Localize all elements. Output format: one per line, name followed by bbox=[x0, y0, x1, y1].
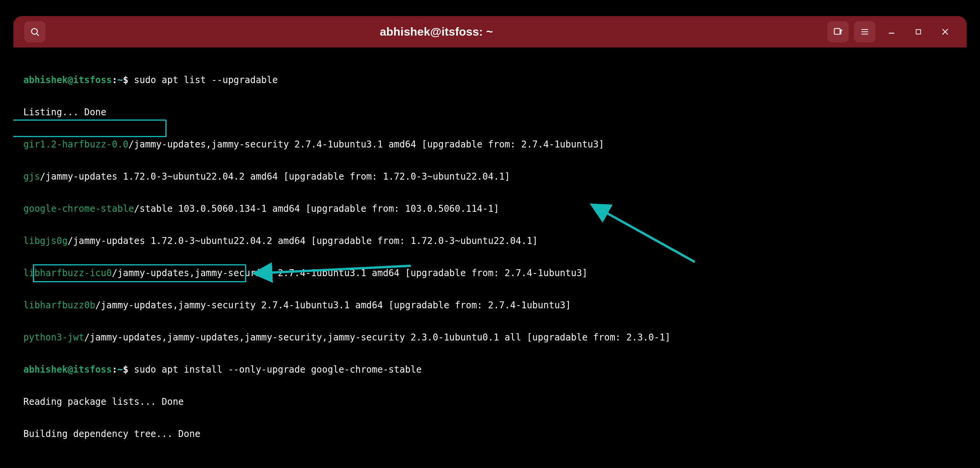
pkg-name: libharfbuzz-icu0 bbox=[23, 268, 112, 278]
command-2: sudo apt install --only-upgrade google-c… bbox=[134, 364, 421, 375]
pkg-row: gjs/jammy-updates 1.72.0-3~ubuntu22.04.2… bbox=[23, 169, 957, 185]
svg-line-1 bbox=[37, 34, 39, 36]
pkg-rest: /jammy-updates 1.72.0-3~ubuntu22.04.2 am… bbox=[40, 171, 510, 182]
close-button[interactable] bbox=[934, 21, 956, 43]
prompt-user-host: abhishek@itsfoss bbox=[23, 364, 112, 375]
pkg-name: google-chrome-stable bbox=[23, 203, 134, 214]
maximize-button[interactable] bbox=[908, 21, 929, 43]
annotation-box-package bbox=[13, 119, 167, 137]
menu-button[interactable] bbox=[854, 21, 875, 43]
pkg-row: google-chrome-stable/stable 103.0.5060.1… bbox=[23, 201, 957, 217]
hamburger-icon bbox=[860, 27, 869, 36]
pkg-rest: /jammy-updates,jammy-security 2.7.4-1ubu… bbox=[112, 268, 588, 278]
pkg-row: libharfbuzz0b/jammy-updates,jammy-securi… bbox=[23, 297, 957, 313]
apt-output: Reading package lists... Done bbox=[23, 394, 957, 410]
prompt-path: ~ bbox=[118, 364, 123, 375]
minimize-button[interactable] bbox=[881, 21, 902, 43]
search-icon bbox=[30, 27, 40, 37]
titlebar-actions bbox=[827, 21, 956, 43]
pkg-rest: /jammy-updates,jammy-security 2.7.4-1ubu… bbox=[129, 139, 604, 150]
search-button[interactable] bbox=[24, 21, 46, 43]
pkg-name: python3-jwt bbox=[23, 332, 84, 343]
prompt-line-2: abhishek@itsfoss:~$ sudo apt install --o… bbox=[23, 362, 957, 378]
maximize-icon bbox=[915, 28, 922, 36]
pkg-rest: /jammy-updates,jammy-updates,jammy-secur… bbox=[84, 332, 671, 343]
pkg-rest: /stable 103.0.5060.134-1 amd64 [upgradab… bbox=[134, 203, 499, 214]
pkg-name: gir1.2-harfbuzz-0.0 bbox=[23, 139, 129, 150]
svg-rect-2 bbox=[834, 28, 840, 34]
command-1: sudo apt list --upgradable bbox=[134, 75, 278, 85]
minimize-icon bbox=[887, 28, 896, 36]
svg-rect-9 bbox=[916, 29, 921, 34]
pkg-name: libharfbuzz0b bbox=[23, 300, 95, 311]
window-titlebar: abhishek@itsfoss: ~ bbox=[13, 16, 967, 47]
new-tab-icon bbox=[833, 27, 843, 37]
terminal-body[interactable]: abhishek@itsfoss:~$ sudo apt list --upgr… bbox=[13, 47, 967, 445]
pkg-rest: /jammy-updates,jammy-security 2.7.4-1ubu… bbox=[95, 300, 571, 311]
pkg-row: libharfbuzz-icu0/jammy-updates,jammy-sec… bbox=[23, 265, 957, 281]
pkg-name: libgjs0g bbox=[23, 236, 68, 246]
terminal-window: abhishek@itsfoss: ~ bbox=[13, 16, 967, 445]
pkg-row: gir1.2-harfbuzz-0.0/jammy-updates,jammy-… bbox=[23, 136, 957, 152]
apt-output: Building dependency tree... Done bbox=[23, 426, 957, 442]
window-title: abhishek@itsfoss: ~ bbox=[52, 25, 820, 38]
close-icon bbox=[941, 28, 949, 36]
new-tab-button[interactable] bbox=[827, 21, 849, 43]
pkg-rest: /jammy-updates 1.72.0-3~ubuntu22.04.2 am… bbox=[68, 236, 538, 246]
prompt-user-host: abhishek@itsfoss bbox=[23, 75, 112, 85]
pkg-row: libgjs0g/jammy-updates 1.72.0-3~ubuntu22… bbox=[23, 233, 957, 249]
prompt-line-1: abhishek@itsfoss:~$ sudo apt list --upgr… bbox=[23, 72, 957, 88]
screenshot-stage: abhishek@itsfoss: ~ bbox=[0, 0, 980, 468]
pkg-row: python3-jwt/jammy-updates,jammy-updates,… bbox=[23, 329, 957, 345]
prompt-path: ~ bbox=[118, 75, 123, 85]
listing-header: Listing... Done bbox=[23, 104, 957, 120]
pkg-name: gjs bbox=[23, 171, 40, 182]
